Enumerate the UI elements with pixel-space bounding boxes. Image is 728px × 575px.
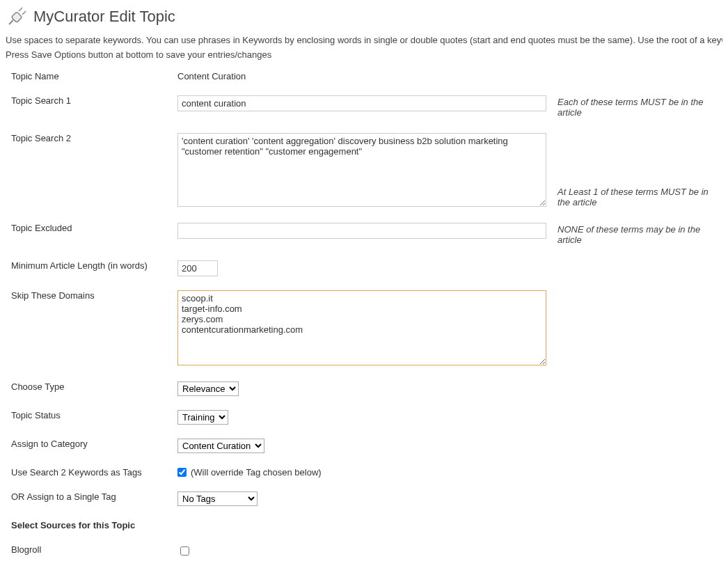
- choose-type-label: Choose Type: [6, 375, 172, 403]
- assign-single-tag-select[interactable]: No Tags: [177, 491, 258, 506]
- intro-text-2: Press Save Options button at bottom to s…: [6, 49, 722, 60]
- topic-search-1-label: Topic Search 1: [6, 88, 172, 126]
- assign-category-label: Assign to Category: [6, 432, 172, 460]
- assign-category-select[interactable]: Content Curation: [177, 439, 264, 453]
- select-sources-heading: Select Sources for this Topic: [6, 513, 722, 537]
- topic-search-2-hint: At Least 1 of these terms MUST be in the…: [552, 126, 722, 216]
- min-article-len-input[interactable]: [177, 260, 218, 276]
- topic-excluded-input[interactable]: [177, 223, 546, 239]
- page-title: MyCurator Edit Topic: [33, 8, 175, 26]
- topic-form: Topic Name Content Curation Topic Search…: [6, 64, 722, 565]
- topic-excluded-label: Topic Excluded: [6, 216, 172, 253]
- topic-excluded-hint: NONE of these terms may be in the articl…: [552, 216, 722, 253]
- topic-status-label: Topic Status: [6, 403, 172, 432]
- use-search2-tags-checkbox[interactable]: [177, 468, 187, 477]
- use-search2-tags-note: (Will override Tag chosen below): [191, 467, 322, 478]
- topic-status-select[interactable]: Training: [177, 410, 228, 425]
- topic-name-value: Content Curation: [177, 71, 246, 81]
- min-article-len-label: Minimum Article Length (in words): [6, 253, 172, 283]
- plug-icon: [6, 6, 28, 28]
- svg-line-1: [19, 8, 22, 11]
- svg-line-2: [22, 11, 26, 15]
- use-search2-tags-label: Use Search 2 Keywords as Tags: [6, 460, 172, 485]
- skip-domains-input[interactable]: [177, 290, 546, 365]
- page-header: MyCurator Edit Topic: [6, 6, 722, 28]
- skip-domains-label: Skip These Domains: [6, 283, 172, 375]
- intro-text-1: Use spaces to separate keywords. You can…: [6, 35, 722, 45]
- assign-single-tag-label: OR Assign to a Single Tag: [6, 485, 172, 513]
- blogroll-label: Blogroll: [6, 537, 172, 565]
- topic-name-label: Topic Name: [6, 64, 172, 88]
- topic-search-2-input[interactable]: [177, 133, 546, 207]
- blogroll-checkbox[interactable]: [180, 546, 189, 556]
- topic-search-2-label: Topic Search 2: [6, 126, 172, 216]
- choose-type-select[interactable]: Relevance: [177, 381, 239, 396]
- topic-search-1-input[interactable]: [177, 95, 546, 111]
- topic-search-1-hint: Each of these terms MUST be in the artic…: [552, 88, 722, 126]
